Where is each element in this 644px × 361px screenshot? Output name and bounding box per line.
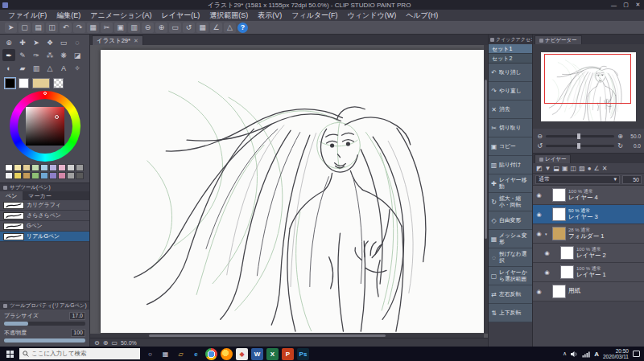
gradient-tool[interactable]: ▥ <box>30 62 43 74</box>
grid-icon[interactable]: ▦ <box>196 23 208 33</box>
fit-to-screen-icon[interactable]: ▭ <box>169 23 181 33</box>
visibility-eye-icon[interactable]: ◉ <box>535 231 543 237</box>
rotate-reset-icon[interactable]: ↺ <box>183 23 195 33</box>
pen-tool[interactable]: ✒ <box>2 49 15 61</box>
layer-move-tool[interactable]: ❖ <box>43 36 56 48</box>
canvas-viewport[interactable] <box>90 45 488 338</box>
palette-swatch[interactable] <box>67 172 75 179</box>
main-color-swatch[interactable] <box>5 78 15 88</box>
sub-color-swatch[interactable] <box>19 78 29 88</box>
visibility-eye-icon[interactable]: ◉ <box>535 289 543 295</box>
cut-icon[interactable]: ✂ <box>101 23 113 33</box>
quick-access-item[interactable]: ◌ 投げなわ選択 <box>489 248 532 267</box>
quick-access-item[interactable]: ⇄ 左右反転 <box>489 285 532 304</box>
palette-swatch[interactable] <box>40 164 48 171</box>
layer-row[interactable]: ◉ 100 % 通常 レイヤー 2 <box>533 244 644 263</box>
menu-item[interactable]: アニメーション(A) <box>85 10 156 21</box>
property-value[interactable]: 100 <box>71 329 85 337</box>
pencil-tool[interactable]: ✎ <box>16 49 29 61</box>
app-cortana[interactable]: ○ <box>144 348 156 360</box>
app-file-explorer[interactable]: ▱ <box>175 348 187 360</box>
folder-arrow-icon[interactable]: ▾ <box>545 232 550 236</box>
minimize-button[interactable]: — <box>608 0 620 10</box>
quick-access-item[interactable]: ✕ 消去 <box>489 101 532 119</box>
slider-handle[interactable] <box>577 133 580 139</box>
quick-access-item[interactable]: ▣ コピー <box>489 137 532 156</box>
menu-item[interactable]: ヘルプ(H) <box>401 10 443 21</box>
app-photoshop[interactable]: Ps <box>297 348 309 360</box>
layer-row[interactable]: ◉ 用紙 <box>533 282 644 302</box>
palette-swatch[interactable] <box>76 172 84 179</box>
palette-swatch[interactable] <box>23 172 31 179</box>
quick-access-item[interactable]: ↷ やり直し <box>489 82 532 101</box>
menu-item[interactable]: ウィンドウ(W) <box>343 10 402 21</box>
fit-screen-icon[interactable]: ▭ <box>111 339 118 347</box>
nav-rotate-right-icon[interactable]: ↻ <box>617 142 624 150</box>
history-color-swatch[interactable] <box>32 78 50 88</box>
property-value[interactable]: 17.0 <box>69 312 85 320</box>
subtool-tab[interactable]: マーカー <box>23 191 56 200</box>
menu-item[interactable]: レイヤー(L) <box>157 10 205 21</box>
maximize-button[interactable]: ▢ <box>620 0 632 10</box>
scrollbar-thumb[interactable] <box>485 80 487 238</box>
eyedropper-tool[interactable]: ✧ <box>71 62 84 74</box>
scrollbar-thumb[interactable] <box>149 334 385 337</box>
app-chrome[interactable] <box>205 348 217 360</box>
operation-icon[interactable]: ➤ <box>5 23 17 33</box>
open-file-icon[interactable]: ▤ <box>32 23 44 33</box>
menu-item[interactable]: フィルター(F) <box>287 10 342 21</box>
tab-layers[interactable]: レイヤー <box>535 154 571 163</box>
app-word[interactable]: W <box>251 348 263 360</box>
palette-swatch[interactable] <box>67 164 75 171</box>
palette-swatch[interactable] <box>14 172 22 179</box>
paste-icon[interactable]: ▥ <box>128 23 140 33</box>
start-button[interactable] <box>0 347 19 361</box>
operation-tool[interactable]: ➤ <box>30 36 43 48</box>
lasso-tool[interactable]: ◌ <box>71 36 84 48</box>
zoom-out-icon[interactable]: ⊖ <box>142 23 154 33</box>
canvas-sheet[interactable] <box>101 50 484 333</box>
marquee-tool[interactable]: ▭ <box>57 36 70 48</box>
quick-access-item[interactable]: ▦ メッシュ変形 <box>489 230 532 248</box>
navigator-thumbnail[interactable] <box>541 52 636 121</box>
deselect-icon[interactable]: ▦ <box>87 23 99 33</box>
quick-access-item[interactable]: ▢ レイヤーから選択範囲 <box>489 267 532 285</box>
layer-opacity-value[interactable]: 50 <box>622 175 642 184</box>
transparent-color-swatch[interactable] <box>53 78 64 88</box>
nav-rotate-slider[interactable] <box>546 145 614 147</box>
notification-icon[interactable] <box>633 351 640 357</box>
clip-at-layer-icon[interactable]: ▣ <box>562 165 568 172</box>
new-canvas-icon[interactable]: ▢ <box>19 23 31 33</box>
palette-swatch[interactable] <box>49 164 57 171</box>
blend-tool[interactable]: ◐ <box>2 62 15 74</box>
nav-zoom-in-icon[interactable]: ⊕ <box>617 133 624 140</box>
close-button[interactable]: ✕ <box>632 0 644 10</box>
blend-mode-select[interactable]: 通常 ▾ <box>535 175 620 184</box>
snap-special-ruler-icon[interactable]: △ <box>224 23 236 33</box>
app-clip-studio[interactable]: ◆ <box>236 348 248 360</box>
slider-handle[interactable] <box>577 143 580 149</box>
hue-cursor[interactable] <box>43 92 47 95</box>
layer-row[interactable]: ◉ ▾ 28 % 通常 フォルダー 1 <box>533 224 644 244</box>
horizontal-scrollbar[interactable] <box>90 334 484 338</box>
quick-access-item[interactable]: ↻ 拡大・縮小・回転 <box>489 193 532 211</box>
quick-access-item[interactable]: ⇅ 上下反転 <box>489 304 532 322</box>
snap-ruler-icon[interactable]: ∠ <box>210 23 222 33</box>
nav-rotate-left-icon[interactable]: ↺ <box>536 142 543 150</box>
palette-swatch[interactable] <box>5 172 13 179</box>
redo-icon[interactable]: ↷ <box>73 23 85 33</box>
eraser-tool[interactable]: ◪ <box>71 49 84 61</box>
zoom-in-icon[interactable]: ⊕ <box>155 23 167 33</box>
help-icon[interactable]: ? <box>237 23 248 33</box>
copy-icon[interactable]: ▣ <box>114 23 126 33</box>
ime-indicator[interactable]: A <box>594 351 599 358</box>
airbrush-tool[interactable]: ⁂ <box>43 49 56 61</box>
taskbar-clock[interactable]: 20:50 2020/03/11 <box>603 348 629 360</box>
hidden-icons-chevron[interactable]: ∧ <box>563 351 567 357</box>
quick-access-set[interactable]: セット2 <box>489 54 532 64</box>
palette-swatch[interactable] <box>49 172 57 179</box>
app-firefox[interactable] <box>221 348 233 360</box>
palette-swatch[interactable] <box>58 172 66 179</box>
ruler-icon[interactable]: ∠ <box>594 165 600 172</box>
palette-swatch[interactable] <box>58 164 66 171</box>
